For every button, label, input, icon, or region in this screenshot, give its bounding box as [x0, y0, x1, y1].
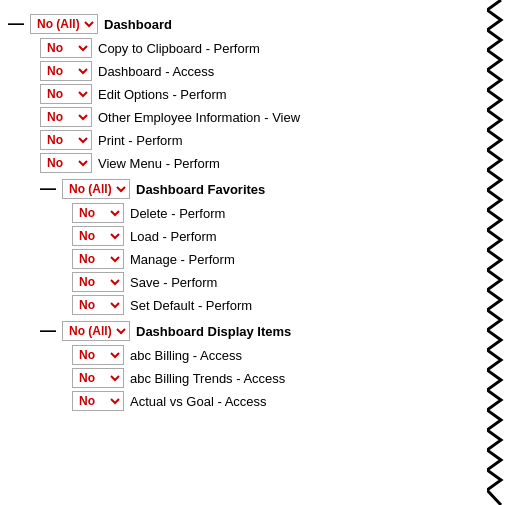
dashboard-favorites-header: — No (All) Yes (All) Dashboard Favorites	[40, 179, 490, 199]
set-default-label: Set Default - Perform	[130, 298, 252, 313]
permissions-container: — No (All) Yes (All) Dashboard NoYes Cop…	[0, 0, 490, 422]
other-employee-label: Other Employee Information - View	[98, 110, 300, 125]
dashboard-collapse-icon[interactable]: —	[8, 16, 24, 32]
table-row: NoYes Manage - Perform	[72, 249, 490, 269]
edit-options-select[interactable]: NoYes	[40, 84, 92, 104]
print-perform-label: Print - Perform	[98, 133, 183, 148]
manage-perform-label: Manage - Perform	[130, 252, 235, 267]
table-row: NoYes Actual vs Goal - Access	[72, 391, 490, 411]
abc-billing-trends-select[interactable]: NoYes	[72, 368, 124, 388]
dashboard-section-header: — No (All) Yes (All) Dashboard	[8, 14, 490, 34]
copy-clipboard-label: Copy to Clipboard - Perform	[98, 41, 260, 56]
display-items-items: NoYes abc Billing - Access NoYes abc Bil…	[72, 345, 490, 411]
save-perform-label: Save - Perform	[130, 275, 217, 290]
display-items-label: Dashboard Display Items	[136, 324, 291, 339]
table-row: NoYes abc Billing - Access	[72, 345, 490, 365]
copy-clipboard-select[interactable]: NoYes	[40, 38, 92, 58]
table-row: NoYes View Menu - Perform	[40, 153, 490, 173]
table-row: NoYes Other Employee Information - View	[40, 107, 490, 127]
load-perform-label: Load - Perform	[130, 229, 217, 244]
actual-vs-goal-label: Actual vs Goal - Access	[130, 394, 267, 409]
actual-vs-goal-select[interactable]: NoYes	[72, 391, 124, 411]
table-row: NoYes Set Default - Perform	[72, 295, 490, 315]
delete-perform-label: Delete - Perform	[130, 206, 225, 221]
table-row: NoYes Delete - Perform	[72, 203, 490, 223]
favorites-all-select[interactable]: No (All) Yes (All)	[62, 179, 130, 199]
manage-perform-select[interactable]: NoYes	[72, 249, 124, 269]
table-row: NoYes Dashboard - Access	[40, 61, 490, 81]
delete-perform-select[interactable]: NoYes	[72, 203, 124, 223]
table-row: NoYes Copy to Clipboard - Perform	[40, 38, 490, 58]
favorites-items: NoYes Delete - Perform NoYes Load - Perf…	[72, 203, 490, 315]
table-row: NoYes Load - Perform	[72, 226, 490, 246]
edit-options-label: Edit Options - Perform	[98, 87, 227, 102]
dashboard-items: NoYes Copy to Clipboard - Perform NoYes …	[40, 38, 490, 411]
table-row: NoYes Save - Perform	[72, 272, 490, 292]
display-items-collapse-icon[interactable]: —	[40, 323, 56, 339]
other-employee-select[interactable]: NoYes	[40, 107, 92, 127]
dashboard-label: Dashboard	[104, 17, 172, 32]
favorites-label: Dashboard Favorites	[136, 182, 265, 197]
view-menu-select[interactable]: NoYes	[40, 153, 92, 173]
dashboard-access-select[interactable]: NoYes	[40, 61, 92, 81]
dashboard-all-select[interactable]: No (All) Yes (All)	[30, 14, 98, 34]
display-items-header: — No (All) Yes (All) Dashboard Display I…	[40, 321, 490, 341]
view-menu-label: View Menu - Perform	[98, 156, 220, 171]
abc-billing-trends-label: abc Billing Trends - Access	[130, 371, 285, 386]
load-perform-select[interactable]: NoYes	[72, 226, 124, 246]
display-items-all-select[interactable]: No (All) Yes (All)	[62, 321, 130, 341]
abc-billing-select[interactable]: NoYes	[72, 345, 124, 365]
set-default-select[interactable]: NoYes	[72, 295, 124, 315]
table-row: NoYes abc Billing Trends - Access	[72, 368, 490, 388]
table-row: NoYes Print - Perform	[40, 130, 490, 150]
save-perform-select[interactable]: NoYes	[72, 272, 124, 292]
favorites-collapse-icon[interactable]: —	[40, 181, 56, 197]
table-row: NoYes Edit Options - Perform	[40, 84, 490, 104]
print-perform-select[interactable]: NoYes	[40, 130, 92, 150]
dashboard-access-label: Dashboard - Access	[98, 64, 214, 79]
jagged-border-decoration	[487, 0, 515, 505]
abc-billing-label: abc Billing - Access	[130, 348, 242, 363]
